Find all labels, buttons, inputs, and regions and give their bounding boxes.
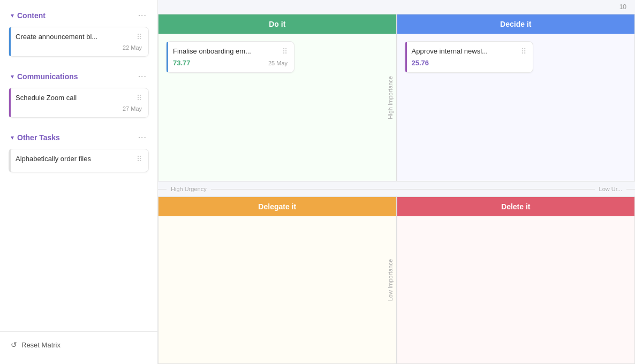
task-title: Schedule Zoom call xyxy=(16,94,134,102)
drag-handle-icon[interactable]: ⠿ xyxy=(137,155,142,163)
section-header-left: ▾ Other Tasks xyxy=(11,133,60,142)
matrix-task-title: Approve internal newsl... xyxy=(412,47,519,55)
other-tasks-section-title: Other Tasks xyxy=(17,133,60,142)
reset-matrix-footer[interactable]: ↺ Reset Matrix xyxy=(0,331,157,358)
low-urgency-label: Low Ur... xyxy=(595,186,626,192)
task-card-top: Alphabetically order files ⠿ xyxy=(16,155,142,163)
quadrant-delete-it: Delete it xyxy=(397,196,636,364)
chevron-down-icon: ▾ xyxy=(11,12,14,19)
high-importance-label-container: High Importance xyxy=(384,14,396,181)
task-card[interactable]: Create announcement bl... ⠿ 22 May xyxy=(9,27,149,57)
more-options-icon[interactable]: ··· xyxy=(138,11,147,20)
task-score: 25.76 xyxy=(412,59,429,67)
reset-icon: ↺ xyxy=(11,340,17,349)
matrix-task-top: Finalise onboarding em... ⠿ xyxy=(173,47,288,56)
chevron-down-icon: ▾ xyxy=(11,134,14,141)
reset-matrix-label: Reset Matrix xyxy=(21,341,61,349)
quadrant-header-do-it: Do it xyxy=(158,14,396,34)
task-title: Create announcement bl... xyxy=(16,33,134,41)
sidebar: ▾ Content ··· Create announcement bl... … xyxy=(0,0,158,364)
task-card-top: Schedule Zoom call ⠿ xyxy=(16,94,142,102)
quadrant-header-decide-it: Decide it xyxy=(397,14,635,34)
drag-handle-icon[interactable]: ⠿ xyxy=(521,47,526,56)
drag-handle-icon[interactable]: ⠿ xyxy=(137,94,142,102)
task-card[interactable]: Alphabetically order files ⠿ xyxy=(9,149,149,172)
quadrant-decide-it: Decide it Approve internal newsl... ⠿ 25… xyxy=(397,14,636,181)
low-importance-label-container: Low Importance xyxy=(384,197,396,363)
high-importance-label: High Importance xyxy=(387,76,394,119)
matrix-area: 10 Do it Finalise onboarding em... ⠿ 73.… xyxy=(158,0,635,364)
communications-section-title: Communications xyxy=(17,72,78,81)
matrix-task-date: 25 May xyxy=(268,60,288,66)
more-options-icon[interactable]: ··· xyxy=(138,72,147,81)
drag-handle-icon[interactable]: ⠿ xyxy=(137,33,142,41)
content-section-header[interactable]: ▾ Content ··· xyxy=(0,6,157,25)
quadrant-body-delegate-it xyxy=(158,216,396,313)
content-section: ▾ Content ··· Create announcement bl... … xyxy=(0,6,157,59)
quadrant-body-decide-it: Approve internal newsl... ⠿ 25.76 xyxy=(397,34,635,85)
communications-section-header[interactable]: ▾ Communications ··· xyxy=(0,67,157,86)
low-importance-label: Low Importance xyxy=(387,259,394,301)
quadrant-body-do-it: Finalise onboarding em... ⠿ 73.77 25 May xyxy=(158,34,396,85)
quadrant-header-delete-it: Delete it xyxy=(397,197,635,216)
chevron-down-icon: ▾ xyxy=(11,73,14,80)
matrix-task-bottom: 73.77 25 May xyxy=(173,59,288,67)
task-title: Alphabetically order files xyxy=(16,155,134,163)
matrix-task-card[interactable]: Approve internal newsl... ⠿ 25.76 xyxy=(405,41,533,73)
task-card-top: Create announcement bl... ⠿ xyxy=(16,33,142,41)
task-date: 22 May xyxy=(16,44,142,51)
quadrant-do-it: Do it Finalise onboarding em... ⠿ 73.77 … xyxy=(158,14,397,181)
quadrant-delegate-it: Delegate it Low Importance xyxy=(158,196,397,364)
high-urgency-label: High Urgency xyxy=(167,186,211,192)
other-tasks-section-header[interactable]: ▾ Other Tasks ··· xyxy=(0,128,157,147)
more-options-icon[interactable]: ··· xyxy=(138,133,147,142)
section-header-left: ▾ Content xyxy=(11,11,46,20)
task-score: 73.77 xyxy=(173,59,191,67)
matrix-task-bottom: 25.76 xyxy=(412,59,526,67)
communications-section: ▾ Communications ··· Schedule Zoom call … xyxy=(0,67,157,120)
matrix-task-top: Approve internal newsl... ⠿ xyxy=(412,47,526,56)
axis-row: High Urgency Low Ur... xyxy=(158,181,635,196)
content-section-title: Content xyxy=(17,11,46,20)
task-date: 27 May xyxy=(16,105,142,112)
quadrant-header-delegate-it: Delegate it xyxy=(158,197,396,216)
matrix-task-card[interactable]: Finalise onboarding em... ⠿ 73.77 25 May xyxy=(166,41,294,73)
other-tasks-section: ▾ Other Tasks ··· Alphabetically order f… xyxy=(0,128,157,175)
matrix-task-title: Finalise onboarding em... xyxy=(173,47,280,55)
number-indicator: 10 xyxy=(619,3,626,11)
task-card[interactable]: Schedule Zoom call ⠿ 27 May xyxy=(9,88,149,118)
section-header-left: ▾ Communications xyxy=(11,72,78,81)
quadrant-body-delete-it xyxy=(397,216,635,313)
matrix-top-bar: 10 xyxy=(158,0,635,14)
drag-handle-icon[interactable]: ⠿ xyxy=(282,47,288,56)
